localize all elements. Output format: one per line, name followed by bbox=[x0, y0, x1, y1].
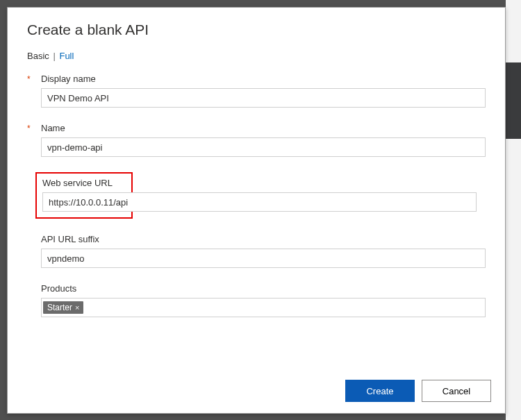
name-label: Name bbox=[41, 123, 65, 133]
tab-basic[interactable]: Basic bbox=[27, 51, 49, 61]
dialog-footer: Create Cancel bbox=[8, 370, 505, 413]
product-tag-remove-icon[interactable]: × bbox=[75, 303, 79, 312]
web-service-url-label: Web service URL bbox=[42, 178, 126, 188]
tab-separator: | bbox=[53, 51, 55, 61]
dialog-body: Create a blank API Basic | Full * Displa… bbox=[8, 8, 505, 370]
web-service-url-input[interactable] bbox=[42, 192, 477, 212]
tab-full[interactable]: Full bbox=[59, 51, 74, 61]
form-mode-tabs: Basic | Full bbox=[27, 51, 486, 61]
display-name-input[interactable] bbox=[41, 88, 486, 108]
field-api-url-suffix: API URL suffix bbox=[27, 234, 486, 268]
required-indicator: * bbox=[27, 124, 35, 133]
web-service-url-highlight: Web service URL bbox=[35, 172, 133, 219]
display-name-label: Display name bbox=[41, 74, 96, 84]
field-display-name: * Display name bbox=[27, 74, 486, 108]
field-name: * Name bbox=[27, 123, 486, 157]
background-dark-block bbox=[506, 62, 521, 139]
create-button[interactable]: Create bbox=[345, 380, 415, 402]
create-blank-api-dialog: Create a blank API Basic | Full * Displa… bbox=[7, 7, 506, 414]
api-url-suffix-input[interactable] bbox=[41, 249, 486, 268]
product-tag-label: Starter bbox=[47, 303, 72, 312]
field-products: Products Starter × bbox=[27, 283, 486, 317]
product-tag: Starter × bbox=[43, 301, 83, 314]
products-input[interactable]: Starter × bbox=[41, 298, 486, 317]
name-input[interactable] bbox=[41, 137, 486, 157]
dialog-title: Create a blank API bbox=[27, 22, 486, 38]
cancel-button[interactable]: Cancel bbox=[422, 380, 491, 402]
products-label: Products bbox=[41, 283, 76, 294]
api-url-suffix-label: API URL suffix bbox=[41, 234, 99, 244]
required-indicator: * bbox=[27, 75, 35, 83]
